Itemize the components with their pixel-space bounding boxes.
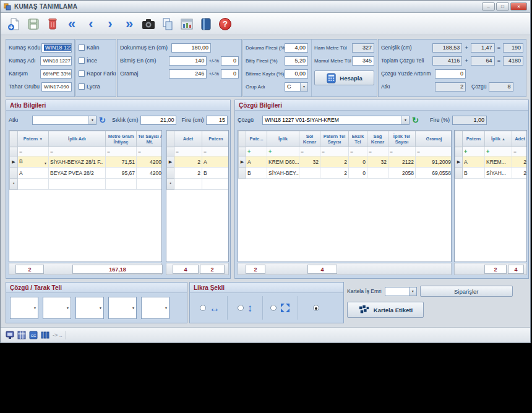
minimize-button[interactable]: – xyxy=(482,2,495,11)
cozgu-filter-sag[interactable]: = xyxy=(367,147,388,156)
copy-icon[interactable] xyxy=(160,17,175,32)
atki-row-2-patern[interactable]: A xyxy=(18,168,49,179)
grup-adi-select[interactable]: C ▼ xyxy=(285,82,308,92)
cozgu-patern-row-1-iplik[interactable]: KREM... xyxy=(485,156,512,168)
atki-adet-col-patern[interactable]: Patern xyxy=(202,131,230,147)
cozgu-col-sol-kenar[interactable]: Sol Kenar xyxy=(299,131,320,147)
dokuma-firesi-input[interactable]: 4,00 xyxy=(285,43,308,53)
cozgu-patern-row-2-patern[interactable]: B xyxy=(463,168,485,179)
bitmis-en-tol-input[interactable]: 0 xyxy=(221,56,239,66)
atki-adet-row-1-adet[interactable]: 2 xyxy=(174,156,202,168)
atki-col-iplik-adi[interactable]: İplik Adı xyxy=(49,131,106,147)
atki-fire-input[interactable]: 15 xyxy=(206,116,228,125)
tarak-teli-select-5[interactable]: ▼ xyxy=(141,297,169,319)
cozgu-combo[interactable]: WIN18 1227 V01-SIYAH-KREM ▼ xyxy=(262,116,410,125)
dokunmus-en-input[interactable]: 180,00 xyxy=(171,43,211,53)
cozgu-patern-row-1-adet[interactable]: 2 xyxy=(512,156,528,168)
likra-option-both[interactable] xyxy=(263,296,298,320)
atki-new-row-metre[interactable] xyxy=(106,179,137,190)
cozgu-patern-row-2-iplik[interactable]: SİYAH... xyxy=(485,168,512,179)
cozgu-filter-iplik[interactable]: + xyxy=(267,147,299,156)
kumas-kodu-input[interactable]: WIN18 1227 xyxy=(41,43,72,53)
last-record-icon[interactable]: » xyxy=(122,17,137,32)
cozgu-row-2-iplik-tel[interactable]: 2058 xyxy=(388,168,416,179)
cozgu-row-1-iplik-tel[interactable]: 2122 xyxy=(388,156,416,168)
cozgu-row-2-sol[interactable] xyxy=(299,168,320,179)
bitis-firesi-input[interactable]: 5,20 xyxy=(285,56,308,66)
atki-refresh-icon[interactable]: ↻ xyxy=(99,116,106,124)
atki-row-1-metre[interactable]: 71,51 xyxy=(106,156,137,168)
cozgu-patern-filter-iplik[interactable]: + xyxy=(485,147,512,156)
cc-icon[interactable]: CC xyxy=(29,331,38,339)
karisim-input[interactable]: 66%PE 33%VIS xyxy=(40,69,72,79)
next-record-icon[interactable]: › xyxy=(103,17,118,32)
atki-col-patern[interactable]: Patern ▼ xyxy=(18,131,49,147)
atki-new-row[interactable]: * xyxy=(10,179,163,190)
atki-row-1[interactable]: ▶ B▼ SİYAH-BEYAZ 28/1 F.. 71,51 4200 xyxy=(10,156,163,168)
cozgu-yuzde-arttirim-input[interactable]: 0 xyxy=(435,69,466,79)
atki-adet-new-row[interactable]: * xyxy=(167,179,230,190)
tarak-teli-select-2[interactable]: ▼ xyxy=(43,297,71,319)
cozgu-row-1-sol[interactable]: 32 xyxy=(299,156,320,168)
ince-checkbox[interactable] xyxy=(79,57,85,64)
cozgu-col-iplik[interactable]: İplik xyxy=(267,131,299,147)
tarak-teli-select-3[interactable]: ▼ xyxy=(75,297,104,319)
atki-adet-col-adet[interactable]: Adet xyxy=(174,131,202,147)
kumas-adi-input[interactable]: WIN18 1227 V01 xyxy=(40,56,72,66)
atki-row-1-tel[interactable]: 4200 xyxy=(137,156,163,168)
bitirme-kaybi-input[interactable]: 0,00 xyxy=(285,69,308,79)
save-icon[interactable] xyxy=(26,17,41,32)
cozgu-filter-gramaj[interactable]: = xyxy=(416,147,452,156)
delete-icon[interactable] xyxy=(45,17,60,32)
atki-filter-metre[interactable]: = xyxy=(106,147,137,156)
gramaj-tol-input[interactable]: 0 xyxy=(221,69,239,79)
atki-adet-new-row-adet[interactable] xyxy=(174,179,202,190)
cozgu-row-1-patern[interactable]: A xyxy=(246,156,267,168)
close-button[interactable]: × xyxy=(510,2,527,11)
cozgu-filter-patern[interactable]: + xyxy=(246,147,267,156)
cozgu-patern-row-1-patern[interactable]: A xyxy=(463,156,485,168)
likra-option-horizontal[interactable]: ↔ xyxy=(192,296,228,320)
previous-record-icon[interactable]: ‹ xyxy=(84,17,98,32)
bitmis-en-input[interactable]: 140 xyxy=(169,56,207,66)
cozgu-patern-filter-adet[interactable]: = xyxy=(512,147,528,156)
atki-filter-tel[interactable]: = xyxy=(137,147,163,156)
table-icon[interactable] xyxy=(17,331,26,339)
atki-col-tel-sayisi[interactable]: Tel Sayısı / Mt. xyxy=(137,131,163,147)
cozgu-patern-col-patern[interactable]: Patern xyxy=(463,131,485,147)
cozgu-col-patern[interactable]: Pate... xyxy=(246,131,267,147)
cozgu-patern-col-iplik[interactable]: İplik ▲ xyxy=(485,131,512,147)
cozgu-row-1[interactable]: ▶ A KREM D60... 32 2 0 32 2122 91,2009 xyxy=(239,156,452,168)
tarak-teli-select-4[interactable]: ▼ xyxy=(108,297,137,319)
atki-row-2-tel[interactable]: 4200 xyxy=(137,168,163,179)
atki-adet-filter-adet[interactable]: = xyxy=(174,147,202,156)
cozgu-filter-sol[interactable]: = xyxy=(299,147,320,156)
atki-new-row-iplik[interactable] xyxy=(49,179,106,190)
cozgu-row-1-eksik[interactable]: 0 xyxy=(349,156,367,168)
columns-icon[interactable] xyxy=(41,331,49,339)
cozgu-row-1-iplik[interactable]: KREM D60... xyxy=(267,156,299,168)
cozgu-row-1-patern-tel[interactable]: 2 xyxy=(320,156,349,168)
cozgu-col-eksik-tel[interactable]: Eksik Tel xyxy=(349,131,367,147)
first-record-icon[interactable]: « xyxy=(64,17,79,32)
cozgu-row-2-sag[interactable] xyxy=(367,168,388,179)
cozgu-patern-row-2-adet[interactable]: 2 xyxy=(512,168,528,179)
tahar-grubu-input[interactable]: WIN17-090 xyxy=(41,82,72,92)
cozgu-col-gramaj[interactable]: Gramaj xyxy=(416,131,452,147)
atki-new-row-tel[interactable] xyxy=(137,179,163,190)
atki-row-2-iplik[interactable]: BEYAZ PVEA 28/2 xyxy=(49,168,106,179)
likra-option-vertical[interactable]: ↕ xyxy=(228,296,263,320)
cozgu-row-2-gramaj[interactable]: 69,0558 xyxy=(416,168,452,179)
kartela-is-emri-combo[interactable]: ▼ xyxy=(385,287,417,296)
atki-filter-iplik[interactable]: = xyxy=(49,147,106,156)
atki-row-2-metre[interactable]: 95,67 xyxy=(106,168,137,179)
atki-adet-row-2-patern[interactable]: B xyxy=(202,168,230,179)
cozgu-refresh-icon[interactable]: ↻ xyxy=(412,116,419,124)
cozgu-row-2-iplik[interactable]: SİYAH-BEY... xyxy=(267,168,299,179)
hesapla-button[interactable]: Hesapla xyxy=(314,70,374,85)
atki-row-1-iplik[interactable]: SİYAH-BEYAZ 28/1 F.. xyxy=(49,156,106,168)
cozgu-patern-col-adet[interactable]: Adet xyxy=(512,131,528,147)
atki-adet-filter-patern[interactable]: = xyxy=(202,147,230,156)
maximize-button[interactable]: □ xyxy=(496,2,509,11)
cozgu-filter-eksik[interactable]: = xyxy=(349,147,367,156)
